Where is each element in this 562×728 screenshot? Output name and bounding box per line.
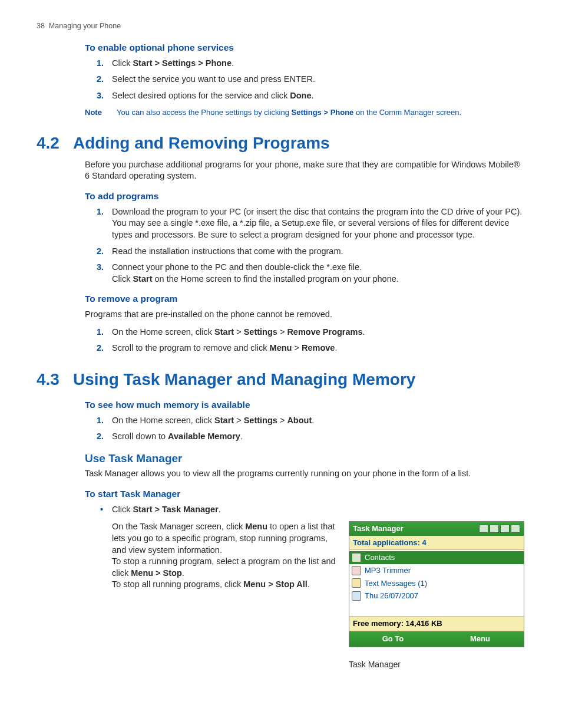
app-label: Thu 26/07/2007: [365, 591, 418, 601]
app-item[interactable]: MP3 Trimmer: [349, 564, 524, 577]
heading-remove-program: To remove a program: [85, 293, 525, 305]
screenshot-title: Task Manager: [353, 523, 404, 534]
list-marker: 1.: [97, 327, 104, 338]
list-item: 1. Click Start > Settings > Phone.: [97, 58, 525, 70]
list-add-programs: 1. Download the program to your PC (or i…: [97, 206, 525, 285]
list-item: 1. On the Home screen, click Start > Set…: [97, 327, 525, 338]
list-see-memory: 1. On the Home screen, click Start > Set…: [97, 415, 525, 443]
signal-icon: [511, 525, 520, 533]
list-marker: 3.: [97, 262, 104, 274]
app-item[interactable]: Thu 26/07/2007: [349, 589, 524, 602]
screenshot-titlebar: Task Manager: [349, 522, 524, 536]
heading-start-task-manager: To start Task Manager: [85, 488, 525, 500]
list-marker: 2.: [97, 74, 104, 85]
section-title: Using Task Manager and Managing Memory: [73, 368, 415, 391]
list-marker: 1.: [97, 58, 104, 70]
heading-see-memory: To see how much memory is available: [85, 399, 525, 411]
heading-use-task-manager: Use Task Manager: [85, 451, 525, 466]
list-item: • Click Start > Task Manager.: [97, 504, 525, 516]
softkey-left[interactable]: Go To: [349, 631, 437, 647]
section-number: 4.2: [37, 132, 65, 154]
list-item: 2. Scroll to the program to remove and c…: [97, 342, 525, 354]
app-label: Contacts: [365, 552, 395, 563]
list-item: 2. Scroll down to Available Memory.: [97, 431, 525, 443]
list-enable-services: 1. Click Start > Settings > Phone. 2. Se…: [97, 58, 525, 102]
list-marker: 2.: [97, 342, 104, 354]
list-item: 3. Connect your phone to the PC and then…: [97, 262, 525, 285]
list-item: 2. Select the service you want to use an…: [97, 74, 525, 85]
list-marker: 3.: [97, 90, 104, 102]
app-list: Contacts MP3 Trimmer Text Messages (1) T…: [349, 550, 524, 616]
list-item: 3. Select desired options for the servic…: [97, 90, 525, 102]
remove-intro: Programs that are pre-installed on the p…: [85, 309, 525, 321]
audio-icon: [352, 566, 361, 575]
contacts-icon: [352, 553, 361, 562]
list-marker: 2.: [97, 431, 104, 443]
bullet-start-tm: • Click Start > Task Manager.: [97, 504, 525, 516]
section-number: 4.3: [37, 368, 65, 391]
note-body: You can also access the Phone settings b…: [117, 107, 461, 118]
list-remove-program: 1. On the Home screen, click Start > Set…: [97, 327, 525, 354]
heading-add-programs: To add programs: [85, 190, 525, 203]
heading-4-2: 4.2 Adding and Removing Programs: [37, 132, 525, 154]
app-label: MP3 Trimmer: [365, 565, 411, 576]
softkey-bar: Go To Menu: [349, 631, 524, 647]
task-manager-screenshot: Task Manager Total applications: 4 Conta…: [349, 521, 524, 647]
list-item: 1. Download the program to your PC (or i…: [97, 206, 525, 241]
list-marker: 1.: [97, 415, 104, 427]
tray-icon: [479, 525, 488, 533]
tray-icon: [500, 525, 510, 533]
chapter-title: Managing your Phone: [49, 22, 121, 30]
softkey-right[interactable]: Menu: [437, 631, 524, 647]
tray-icon: [490, 525, 499, 533]
section-title: Adding and Removing Programs: [73, 132, 330, 154]
page-number: 38: [37, 22, 45, 30]
bullet-marker: •: [100, 504, 103, 516]
total-apps-bar: Total applications: 4: [349, 536, 524, 551]
use-tm-intro: Task Manager allows you to view all the …: [85, 468, 525, 480]
list-marker: 1.: [97, 206, 104, 218]
list-item: 1. On the Home screen, click Start > Set…: [97, 415, 525, 427]
note-label: Note: [85, 107, 108, 118]
app-label: Text Messages (1): [365, 578, 427, 589]
mail-icon: [352, 578, 361, 588]
note-row: Note You can also access the Phone setti…: [85, 107, 525, 118]
app-item[interactable]: Text Messages (1): [349, 577, 524, 590]
list-marker: 2.: [97, 246, 104, 258]
screenshot-caption: Task Manager: [349, 659, 525, 670]
heading-enable-services: To enable optional phone services: [85, 42, 525, 54]
heading-4-3: 4.3 Using Task Manager and Managing Memo…: [37, 368, 525, 391]
running-header: 38 Managing your Phone: [37, 21, 525, 31]
app-item-selected[interactable]: Contacts: [349, 551, 524, 564]
list-item: 2. Read the installation instructions th…: [97, 246, 525, 258]
free-memory-bar: Free memory: 14,416 KB: [349, 616, 524, 631]
intro-4-2: Before you purchase additional programs …: [85, 159, 525, 182]
tm-description: On the Task Manager screen, click Menu t…: [85, 521, 336, 590]
calendar-icon: [352, 591, 361, 601]
tray-icons: [479, 525, 520, 533]
